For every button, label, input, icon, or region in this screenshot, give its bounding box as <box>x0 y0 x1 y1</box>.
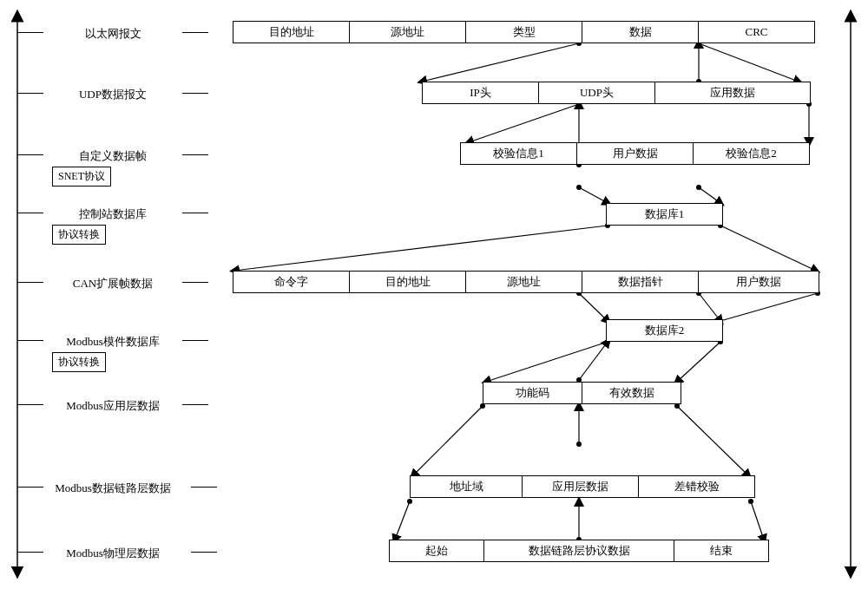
cell-r1-0: IP头 <box>422 82 539 104</box>
svg-line-37 <box>486 342 608 382</box>
svg-line-34 <box>579 293 608 321</box>
tick <box>182 404 208 405</box>
cell-r8-2: 结束 <box>674 540 769 562</box>
row-label-5: Modbus模件数据库 <box>43 334 182 350</box>
tick <box>182 154 208 155</box>
svg-line-33 <box>720 226 816 271</box>
row-label-6: Modbus应用层数据 <box>43 398 182 414</box>
tick <box>191 552 217 553</box>
tick <box>17 340 43 341</box>
svg-point-8 <box>576 185 582 190</box>
cell-r7-0: 地址域 <box>410 475 523 498</box>
cell-r4-4: 用户数据 <box>698 271 819 293</box>
svg-line-36 <box>720 293 818 321</box>
cell-r0-0: 目的地址 <box>233 21 350 43</box>
cell-r0-2: 类型 <box>465 21 582 43</box>
svg-line-43 <box>395 501 410 540</box>
cell-r0-4: CRC <box>698 21 815 43</box>
row-label-0: 以太网报文 <box>52 26 174 42</box>
cell-r8-0: 起始 <box>389 540 484 562</box>
tick <box>191 487 217 488</box>
row-tag-2: SNET协议 <box>52 167 111 187</box>
cell-r1-2: 应用数据 <box>654 82 811 104</box>
cell-r4-0: 命令字 <box>233 271 350 293</box>
tick <box>182 93 208 94</box>
cell-r4-3: 数据指针 <box>582 271 699 293</box>
svg-line-25 <box>699 43 799 82</box>
protocol-layer-diagram: 以太网报文 目的地址 源地址 类型 数据 CRC UDP数据报文 IP头 UDP… <box>0 0 868 589</box>
row-label-1: UDP数据报文 <box>52 87 174 102</box>
svg-line-32 <box>234 226 608 271</box>
tick <box>182 213 208 213</box>
row-label-3: 控制站数据库 <box>52 206 174 222</box>
svg-point-22 <box>748 499 753 504</box>
cell-r2-0: 校验信息1 <box>460 142 577 165</box>
row-tag-5: 协议转换 <box>52 352 106 372</box>
svg-line-41 <box>677 406 748 475</box>
svg-point-20 <box>576 442 582 447</box>
tick <box>182 282 208 283</box>
tick <box>17 93 43 94</box>
cell-r6-1: 有效数据 <box>582 382 681 404</box>
svg-line-44 <box>751 501 764 540</box>
tick <box>17 404 43 405</box>
tick <box>17 154 43 155</box>
cell-r0-1: 源地址 <box>349 21 466 43</box>
svg-line-30 <box>579 187 608 203</box>
tick <box>17 213 43 213</box>
svg-line-40 <box>413 406 483 475</box>
cell-r5-0: 数据库2 <box>606 319 723 342</box>
cell-r4-2: 源地址 <box>465 271 582 293</box>
cell-r1-1: UDP头 <box>538 82 655 104</box>
svg-point-9 <box>696 185 701 190</box>
tick <box>17 32 43 33</box>
svg-line-31 <box>699 187 720 203</box>
svg-point-21 <box>407 499 412 504</box>
cell-r3-0: 数据库1 <box>606 203 723 226</box>
cell-r2-2: 校验信息2 <box>693 142 810 165</box>
tick <box>17 282 43 283</box>
svg-line-38 <box>677 342 720 382</box>
svg-line-39 <box>579 342 608 380</box>
cell-r2-1: 用户数据 <box>576 142 694 165</box>
tick <box>182 340 208 341</box>
svg-line-27 <box>469 104 579 142</box>
cell-r8-1: 数据链路层协议数据 <box>483 540 674 562</box>
cell-r7-2: 差错校验 <box>638 475 755 498</box>
svg-line-24 <box>422 43 579 82</box>
tick <box>182 32 208 33</box>
row-tag-3: 协议转换 <box>52 225 106 245</box>
row-label-2: 自定义数据帧 <box>52 148 174 164</box>
cell-r4-1: 目的地址 <box>349 271 466 293</box>
row-label-7: Modbus数据链路层数据 <box>35 481 191 496</box>
cell-r7-1: 应用层数据 <box>522 475 639 498</box>
cell-r6-0: 功能码 <box>483 382 582 404</box>
row-label-4: CAN扩展帧数据 <box>52 276 174 291</box>
cell-r0-3: 数据 <box>582 21 699 43</box>
svg-line-35 <box>699 293 720 321</box>
row-label-8: Modbus物理层数据 <box>35 546 191 561</box>
